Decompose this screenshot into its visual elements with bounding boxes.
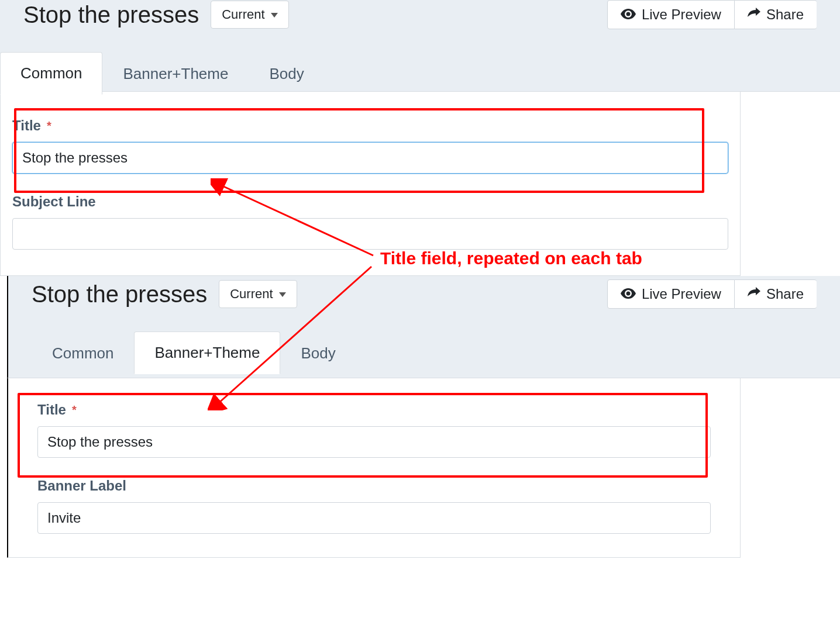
field-title: Title * [1, 112, 740, 179]
share-label: Share [766, 6, 804, 23]
live-preview-label: Live Preview [642, 6, 721, 23]
status-label: Current [230, 286, 273, 302]
chevron-down-icon [279, 292, 286, 297]
share-label: Share [766, 286, 804, 302]
live-preview-label: Live Preview [642, 286, 721, 302]
live-preview-button[interactable]: Live Preview [607, 279, 735, 309]
share-button[interactable]: Share [735, 0, 817, 29]
field-subject-line: Subject Line [1, 188, 740, 255]
share-icon [748, 6, 760, 23]
required-indicator: * [72, 403, 77, 417]
status-dropdown[interactable]: Current [211, 1, 288, 29]
field-title: Title * [26, 396, 722, 464]
title-label: Title [37, 402, 66, 418]
tab-banner-theme[interactable]: Banner+Theme [102, 53, 249, 95]
banner-label-input[interactable] [37, 502, 711, 534]
header-actions: Live Preview Share [607, 0, 817, 29]
tab-common[interactable]: Common [0, 52, 102, 95]
page-title: Stop the presses [32, 280, 207, 308]
required-indicator: * [47, 119, 51, 133]
share-button[interactable]: Share [735, 279, 817, 309]
title-input[interactable] [37, 426, 711, 458]
page-header: Stop the presses Current Live Preview Sh… [23, 0, 817, 34]
title-input[interactable] [12, 142, 728, 174]
chevron-down-icon [271, 13, 278, 18]
tab-banner-theme[interactable]: Banner+Theme [134, 331, 280, 374]
field-banner-label: Banner Label [26, 472, 722, 540]
page-header: Stop the presses Current Live Preview Sh… [32, 276, 817, 313]
share-icon [748, 286, 760, 302]
form-banner-theme: Title * Banner Label [7, 378, 741, 558]
tab-body[interactable]: Body [280, 332, 356, 374]
page-title: Stop the presses [23, 1, 199, 29]
header-actions: Live Preview Share [607, 279, 817, 309]
tabs: Common Banner+Theme Body [32, 331, 817, 374]
status-label: Current [222, 7, 264, 22]
live-preview-button[interactable]: Live Preview [607, 0, 735, 29]
subject-line-label: Subject Line [12, 194, 96, 210]
eye-icon [621, 286, 636, 302]
subject-line-input[interactable] [12, 218, 728, 250]
tab-common[interactable]: Common [32, 332, 134, 374]
banner-label-label: Banner Label [37, 478, 126, 494]
tab-body[interactable]: Body [249, 53, 324, 95]
eye-icon [621, 6, 636, 23]
status-dropdown[interactable]: Current [219, 280, 297, 308]
tabs: Common Banner+Theme Body [0, 51, 817, 94]
title-label: Title [12, 118, 41, 134]
annotation-text: Title field, repeated on each tab [380, 248, 642, 268]
